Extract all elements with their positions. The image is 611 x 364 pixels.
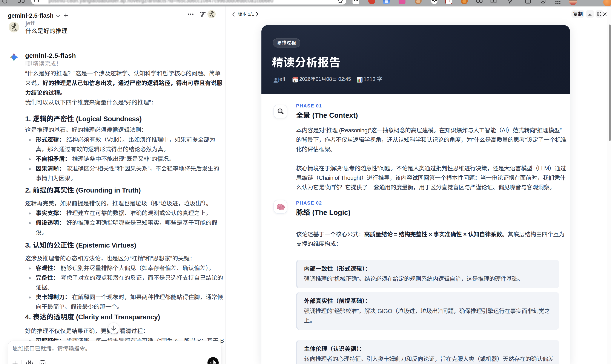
svg-text:JUL: JUL (294, 77, 297, 79)
svg-text:17: 17 (294, 79, 297, 82)
